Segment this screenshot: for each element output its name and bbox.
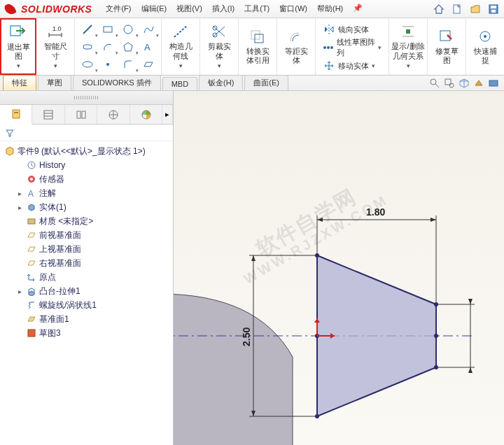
- tree-label: 基准面1: [39, 313, 69, 325]
- sketch-vertex[interactable]: [315, 253, 319, 257]
- tree-item-extrude1[interactable]: ▸凸台-拉伸1: [1, 284, 172, 298]
- config-tab[interactable]: [65, 105, 97, 124]
- menu-view[interactable]: 视图(V): [172, 1, 206, 16]
- filter-icon[interactable]: [4, 127, 15, 139]
- expander-icon[interactable]: ▸: [15, 204, 24, 211]
- show-relations-button[interactable]: 显示/删除 几何关系 ▾: [392, 20, 424, 73]
- tree-item-origin[interactable]: 原点: [1, 270, 172, 284]
- repair-sketch-button[interactable]: 修复草 图: [430, 20, 463, 73]
- display-style-icon[interactable]: [472, 77, 485, 90]
- dimxpert-tab[interactable]: [97, 105, 130, 124]
- tab-sketch[interactable]: 草图: [38, 75, 71, 90]
- tab-surface[interactable]: 曲面(E): [244, 75, 288, 90]
- smart-dimension-button[interactable]: 1.0 智能尺 寸 ▾: [39, 20, 71, 73]
- command-tabs: 特征 草图 SOLIDWORKS 插件 MBD 钣金(H) 曲面(E): [0, 76, 504, 91]
- new-icon[interactable]: [449, 1, 465, 17]
- expander-icon[interactable]: ▸: [15, 190, 24, 197]
- point-tool[interactable]: [98, 56, 118, 73]
- convert-entities-button[interactable]: 转换实 体引用: [241, 20, 274, 73]
- tree-label: 凸台-拉伸1: [39, 285, 80, 297]
- search-icon[interactable]: [428, 77, 441, 90]
- save-icon[interactable]: [486, 1, 501, 17]
- menu-window[interactable]: 窗口(W): [275, 1, 312, 16]
- display-tab[interactable]: [130, 105, 162, 124]
- plane-tool[interactable]: [139, 56, 158, 73]
- filter-row: [0, 125, 173, 141]
- quick-snap-button[interactable]: 快速捕 捉: [469, 20, 501, 73]
- tab-addins[interactable]: SOLIDWORKS 插件: [73, 75, 161, 90]
- slot-tool[interactable]: ▾: [78, 38, 97, 55]
- move-entities-button[interactable]: 移动实体 ▾: [321, 57, 383, 74]
- svg-line-6: [83, 25, 92, 34]
- home-icon[interactable]: [431, 1, 447, 17]
- svg-point-19: [323, 46, 326, 49]
- menu-insert[interactable]: 插入(I): [208, 1, 239, 16]
- tree-item-solids[interactable]: ▸实体(1): [1, 200, 172, 214]
- tree-label: 材质 <未指定>: [39, 216, 93, 227]
- arc-tool[interactable]: ▾: [98, 38, 118, 55]
- text-tool[interactable]: A: [139, 38, 158, 55]
- svg-marker-56: [317, 218, 323, 222]
- trim-entities-button[interactable]: 剪裁实 体 ▾: [203, 20, 235, 73]
- tree-item-top-plane[interactable]: 上视基准面: [1, 242, 172, 256]
- convert-group: 转换实 体引用: [239, 18, 277, 75]
- open-icon[interactable]: [468, 1, 483, 17]
- tree-item-history[interactable]: History: [1, 158, 172, 172]
- sketch-vertex[interactable]: [434, 365, 438, 369]
- svg-text:1.0: 1.0: [52, 25, 62, 32]
- sketch-vertex[interactable]: [315, 414, 319, 418]
- spline-tool[interactable]: ▾: [139, 21, 158, 38]
- view-orientation-icon[interactable]: [458, 77, 470, 90]
- menu-pin-icon[interactable]: 📌: [349, 1, 367, 16]
- fm-tree-tab[interactable]: [0, 105, 32, 125]
- tree-item-helix[interactable]: 螺旋线/涡状线1: [1, 298, 172, 312]
- tree-item-sensors[interactable]: 传感器: [1, 172, 172, 186]
- menu-help[interactable]: 帮助(H): [313, 1, 347, 16]
- relations-group: 显示/删除 几何关系 ▾: [389, 18, 428, 75]
- menu-edit[interactable]: 编辑(E): [137, 1, 172, 16]
- polygon-tool[interactable]: ▾: [118, 38, 138, 55]
- more-tab[interactable]: ▸: [162, 105, 173, 124]
- tree-item-plane1[interactable]: 基准面1: [1, 312, 172, 326]
- tab-mbd[interactable]: MBD: [162, 77, 197, 90]
- section-icon[interactable]: [487, 77, 500, 90]
- linear-pattern-button[interactable]: 线性草图阵列 ▾: [321, 39, 383, 56]
- construction-line-button[interactable]: 构造几 何线 ▾: [164, 20, 197, 73]
- tab-features[interactable]: 特征: [3, 75, 36, 90]
- graphics-viewport[interactable]: 软件自学网 WWW.RJZXW.COM: [174, 91, 504, 445]
- tree-item-right-plane[interactable]: 右视基准面: [1, 256, 172, 270]
- line-tool[interactable]: ▾: [78, 21, 97, 38]
- sketch-vertex[interactable]: [434, 334, 438, 338]
- pattern-group: 镜向实体 线性草图阵列 ▾ 移动实体 ▾: [316, 18, 389, 75]
- zoom-area-icon[interactable]: [443, 77, 456, 90]
- smart-dimension-group: 1.0 智能尺 寸 ▾: [36, 18, 75, 75]
- tree-root[interactable]: 零件9 (默认<<默认>_显示状态 1>): [1, 144, 172, 158]
- sketch-vertex[interactable]: [434, 302, 438, 306]
- relations-icon: [399, 22, 417, 41]
- ellipse-tool[interactable]: ▾: [78, 56, 97, 73]
- sketch-profile[interactable]: [317, 255, 436, 416]
- property-tab[interactable]: [32, 105, 64, 124]
- exit-sketch-button[interactable]: 退出草 图 ▾: [2, 20, 34, 73]
- tree-item-material[interactable]: 材质 <未指定>: [1, 214, 172, 228]
- svg-rect-34: [44, 111, 52, 119]
- rectangle-tool[interactable]: ▾: [98, 21, 118, 38]
- history-icon: [26, 160, 37, 171]
- tree-item-annotations[interactable]: ▸A注解: [1, 186, 172, 200]
- mirror-entities-button[interactable]: 镜向实体: [321, 21, 383, 38]
- svg-marker-61: [251, 255, 255, 261]
- menu-file[interactable]: 文件(F): [102, 1, 135, 16]
- tab-sheetmetal[interactable]: 钣金(H): [199, 75, 243, 90]
- tree-item-sketch3[interactable]: 草图3: [1, 326, 172, 340]
- tree-item-front-plane[interactable]: 前视基准面: [1, 228, 172, 242]
- pane-drag-handle[interactable]: [0, 91, 173, 105]
- plane-icon: [26, 313, 37, 325]
- menu-tools[interactable]: 工具(T): [240, 1, 274, 16]
- svg-marker-66: [468, 299, 472, 304]
- expander-icon[interactable]: ▸: [15, 288, 24, 295]
- circle-tool[interactable]: ▾: [118, 21, 138, 38]
- fillet-tool[interactable]: ▾: [118, 56, 138, 73]
- offset-entities-button[interactable]: 等距实 体: [280, 20, 312, 73]
- exit-sketch-label: 退出草 图: [7, 43, 30, 61]
- relations-label: 显示/删除 几何关系: [391, 42, 424, 60]
